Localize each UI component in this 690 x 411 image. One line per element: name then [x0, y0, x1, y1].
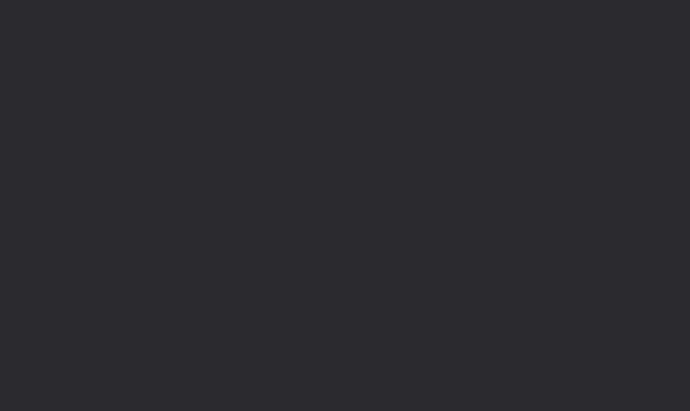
3d-viewport[interactable]	[0, 0, 690, 411]
scene-canvas	[0, 0, 690, 411]
